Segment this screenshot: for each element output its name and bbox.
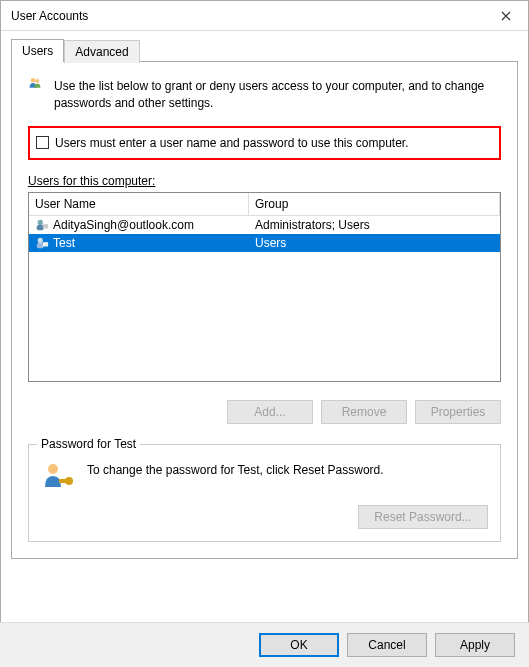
user-buttons-row: Add... Remove Properties xyxy=(28,400,501,424)
cancel-button[interactable]: Cancel xyxy=(347,633,427,657)
svg-rect-3 xyxy=(37,225,44,230)
tab-panel-users: Use the list below to grant or deny user… xyxy=(11,61,518,559)
user-row[interactable]: Test Users xyxy=(29,234,500,252)
require-password-checkbox[interactable] xyxy=(36,136,49,149)
listview-header: User Name Group xyxy=(29,193,500,216)
close-button[interactable] xyxy=(483,1,528,31)
password-group-legend: Password for Test xyxy=(37,437,140,451)
svg-point-1 xyxy=(35,79,39,83)
intro-row: Use the list below to grant or deny user… xyxy=(28,76,501,112)
user-group-cell: Administrators; Users xyxy=(255,218,370,232)
tab-advanced[interactable]: Advanced xyxy=(64,40,139,63)
dialog-button-row: OK Cancel Apply xyxy=(0,622,529,667)
user-group-cell: Users xyxy=(255,236,286,250)
titlebar: User Accounts xyxy=(1,1,528,31)
svg-point-8 xyxy=(48,464,58,474)
users-listview[interactable]: User Name Group AdityaSingh@outlook.com … xyxy=(28,192,501,382)
tab-users[interactable]: Users xyxy=(11,39,64,62)
users-art-icon xyxy=(28,76,42,90)
close-icon xyxy=(501,11,511,21)
user-row[interactable]: AdityaSingh@outlook.com Administrators; … xyxy=(29,216,500,234)
user-name-cell: AdityaSingh@outlook.com xyxy=(53,218,194,232)
svg-rect-6 xyxy=(37,243,44,248)
password-text: To change the password for Test, click R… xyxy=(87,459,488,477)
svg-rect-4 xyxy=(43,224,48,228)
properties-button[interactable]: Properties xyxy=(415,400,501,424)
column-group[interactable]: Group xyxy=(249,193,500,215)
window-title: User Accounts xyxy=(11,9,483,23)
svg-point-2 xyxy=(38,219,43,224)
svg-point-10 xyxy=(65,477,73,485)
dialog-content: Users Advanced Use the list below to gra… xyxy=(1,31,528,570)
user-icon xyxy=(35,218,49,232)
ok-button[interactable]: OK xyxy=(259,633,339,657)
password-groupbox: Password for Test To change the password… xyxy=(28,444,501,542)
column-username[interactable]: User Name xyxy=(29,193,249,215)
remove-button[interactable]: Remove xyxy=(321,400,407,424)
svg-rect-7 xyxy=(43,242,48,246)
user-icon xyxy=(35,236,49,250)
apply-button[interactable]: Apply xyxy=(435,633,515,657)
add-button[interactable]: Add... xyxy=(227,400,313,424)
users-list-label: Users for this computer: xyxy=(28,174,501,188)
svg-point-5 xyxy=(38,237,43,242)
svg-point-0 xyxy=(31,78,36,83)
intro-text: Use the list below to grant or deny user… xyxy=(54,76,501,112)
tab-strip: Users Advanced xyxy=(11,39,518,62)
key-user-icon xyxy=(41,459,75,493)
require-password-row: Users must enter a user name and passwor… xyxy=(28,126,501,160)
reset-password-button[interactable]: Reset Password... xyxy=(358,505,488,529)
require-password-label[interactable]: Users must enter a user name and passwor… xyxy=(55,136,409,150)
user-name-cell: Test xyxy=(53,236,75,250)
